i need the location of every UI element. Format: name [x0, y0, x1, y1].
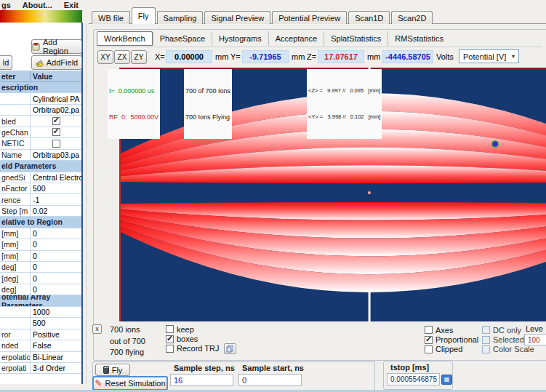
- table-row: [mm]0: [0, 228, 81, 239]
- sample-start-input[interactable]: 0: [238, 374, 302, 386]
- center-axis-lower: [369, 292, 371, 321]
- level-field[interactable]: 100: [524, 334, 546, 345]
- record-trj-copy-button[interactable]: [224, 343, 236, 354]
- x-label: X=: [155, 52, 165, 61]
- sample-step-input[interactable]: 16: [170, 374, 233, 386]
- table-row: rence-1: [0, 194, 81, 205]
- param-value[interactable]: 0.02: [31, 207, 81, 215]
- tab-fly[interactable]: Fly: [132, 7, 156, 24]
- checkbox-box[interactable]: [166, 325, 174, 333]
- table-row: 500: [0, 318, 81, 329]
- add-region-button[interactable]: Add Region: [31, 39, 82, 54]
- param-value[interactable]: False: [31, 341, 81, 350]
- menu-item-exit[interactable]: Exit: [64, 1, 79, 9]
- ion-origin-dot: [368, 191, 371, 194]
- panel-divider: [86, 24, 87, 384]
- param-value[interactable]: 500: [31, 184, 81, 193]
- param-label: bled: [0, 116, 31, 126]
- calculator-icon[interactable]: ▦: [441, 375, 452, 385]
- param-value[interactable]: 0: [31, 240, 81, 249]
- tab-phasespace[interactable]: PhaseSpace: [153, 31, 212, 46]
- clipboard-icon: [32, 43, 40, 51]
- param-value[interactable]: 500: [31, 319, 81, 327]
- view-zy-button[interactable]: ZY: [131, 50, 147, 64]
- param-value[interactable]: Orbitrap02.pa: [31, 105, 81, 114]
- tab-sampling[interactable]: Sampling: [157, 11, 204, 24]
- tab-potential-preview[interactable]: Potential Preview: [272, 11, 347, 24]
- add-field-button[interactable]: AddField: [31, 55, 82, 70]
- view-zx-button[interactable]: ZX: [114, 50, 130, 64]
- checkbox-box[interactable]: [425, 345, 433, 353]
- partial-button-ld[interactable]: ld: [0, 55, 12, 70]
- menu-bar: gsAbout...Exit: [1, 0, 79, 10]
- fly-button[interactable]: Fly: [95, 364, 130, 376]
- param-value[interactable]: Bi-Linear: [31, 353, 81, 361]
- checkbox-box[interactable]: [425, 336, 433, 344]
- z-coordinate-field[interactable]: 17.07617: [318, 50, 364, 63]
- checkbox-keep[interactable]: keep: [166, 324, 236, 334]
- simion-fly-window: gsAbout...Exit Add Region AddField ld et…: [0, 0, 546, 392]
- param-label: erpolatio: [0, 352, 31, 362]
- checkbox-label: Selected: [493, 335, 524, 344]
- z-unit: mm: [367, 52, 380, 61]
- tab-splatstatistics[interactable]: SplatStatistics: [324, 31, 388, 46]
- close-x-button[interactable]: x: [92, 324, 102, 334]
- checkbox-box[interactable]: [166, 345, 174, 353]
- param-value[interactable]: Orbitrap03.pa: [31, 151, 81, 159]
- tab-signal-preview[interactable]: Signal Preview: [204, 11, 270, 24]
- tab-scan1d[interactable]: Scan1D: [348, 11, 390, 24]
- param-checkbox[interactable]: [52, 117, 60, 125]
- param-value-cell: [31, 117, 81, 125]
- tab-rmsstatistics[interactable]: RMSstatistics: [388, 31, 450, 46]
- param-checkbox[interactable]: [52, 128, 60, 136]
- param-value[interactable]: -1: [31, 196, 81, 204]
- table-row: [mm]0: [0, 239, 81, 250]
- param-value[interactable]: 3-d Order: [31, 364, 81, 372]
- param-value[interactable]: 0: [31, 252, 81, 260]
- add-region-label: Add Region: [43, 38, 81, 55]
- param-value[interactable]: Cylindrical PA: [31, 95, 81, 103]
- sample-step-label: Sample step, ns: [174, 364, 235, 372]
- tab-acceptance[interactable]: Acceptance: [268, 31, 324, 46]
- param-label: rence: [0, 194, 31, 204]
- menu-item-about[interactable]: About...: [23, 1, 52, 9]
- param-label: geChan: [0, 127, 31, 137]
- x-coordinate-field[interactable]: 0.00000: [166, 50, 212, 63]
- reset-simulation-button[interactable]: ✎ Reset Simulation: [92, 376, 168, 391]
- tab-workbench[interactable]: WorkBench: [97, 31, 153, 46]
- pencil-icon: ✎: [95, 380, 102, 387]
- tab-hystograms[interactable]: Hystograms: [212, 31, 268, 46]
- table-row: erpolati3-d Order: [0, 363, 81, 374]
- tstop-input[interactable]: 0.0005546875: [387, 373, 440, 385]
- checkbox-record-trj[interactable]: Record TRJ: [166, 344, 236, 353]
- tab-wb-file[interactable]: WB file: [92, 11, 130, 24]
- level-label: Leve: [526, 324, 543, 333]
- param-value[interactable]: 0: [31, 285, 81, 294]
- param-value[interactable]: 1000: [31, 308, 81, 316]
- main-tab-bar: WB fileFlySamplingSignal PreviewPotentia…: [92, 7, 434, 24]
- view-xy-button[interactable]: XY: [97, 50, 113, 64]
- param-value[interactable]: Central Electrode: [31, 173, 81, 182]
- param-label: [0, 318, 31, 328]
- param-value[interactable]: Positive: [31, 330, 81, 339]
- table-row: 1000: [0, 307, 81, 318]
- param-value[interactable]: 0: [31, 229, 81, 238]
- volts-field[interactable]: -4446.58705: [382, 50, 433, 63]
- param-value[interactable]: 0: [31, 274, 81, 283]
- menu-item-gs[interactable]: gs: [1, 1, 11, 9]
- column-header-parameter: eter: [0, 71, 31, 81]
- display-mode-dropdown[interactable]: Potential [V] ▼: [459, 49, 519, 63]
- sample-start-label: Sample start, ns: [242, 364, 304, 372]
- checkbox-box[interactable]: [166, 335, 174, 343]
- checkbox-boxes[interactable]: boxes: [166, 334, 236, 343]
- y-coordinate-field[interactable]: -9.71965: [242, 50, 289, 63]
- checkbox-proportional[interactable]: Proportional: [425, 335, 478, 344]
- ions-count-line: out of 700: [110, 336, 145, 348]
- param-checkbox[interactable]: [52, 140, 60, 148]
- checkbox-axes[interactable]: Axes: [425, 325, 478, 335]
- copy-page-icon: [226, 345, 234, 353]
- param-value[interactable]: 0: [31, 263, 81, 271]
- checkbox-box[interactable]: [425, 326, 433, 334]
- checkbox-clipped[interactable]: Clipped: [425, 345, 478, 354]
- tab-scan2d[interactable]: Scan2D: [391, 11, 433, 24]
